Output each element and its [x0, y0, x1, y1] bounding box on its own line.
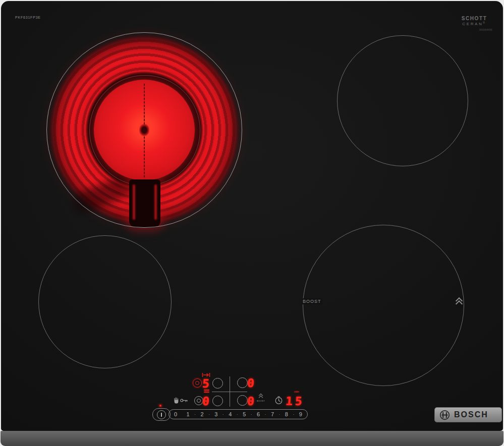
front-edge-profile — [1, 431, 503, 446]
slider-level-7[interactable]: 7 — [271, 411, 274, 417]
zone-front-left — [38, 235, 172, 368]
slider-dot: · — [208, 412, 210, 417]
model-number: PKF631FP3E — [15, 16, 41, 19]
front-left-level-display: 0 — [202, 396, 209, 407]
dual-circuit-marks — [204, 390, 209, 394]
zone-outline-circle — [46, 32, 242, 228]
rear-right-zone-key[interactable] — [237, 377, 248, 388]
timer-unit-label: min — [294, 390, 299, 393]
zone-rear-left-heating — [46, 32, 242, 228]
rear-left-level-display: 5 — [202, 378, 209, 390]
slider-level-6[interactable]: 6 — [257, 411, 260, 417]
glass-print-code: 900084456 — [454, 29, 494, 31]
slider-level-8[interactable]: 8 — [285, 411, 288, 417]
key-icon[interactable] — [180, 398, 188, 403]
schott-ceran-logo: SCHOTT CERAN® 900084456 — [454, 16, 494, 31]
zone-front-right-boost — [303, 225, 464, 386]
schott-logo-line2: CERAN® — [454, 22, 494, 26]
bosch-logo-text: BOSCH — [454, 410, 488, 419]
slider-dot: · — [293, 412, 294, 417]
boost-zone-label: BOOST — [302, 298, 322, 304]
schott-logo-line1: SCHOTT — [454, 16, 494, 22]
zone-rear-right — [337, 35, 468, 166]
boost-key-label: BOOST — [257, 400, 265, 402]
slider-level-2[interactable]: 2 — [200, 411, 203, 417]
boost-key[interactable]: BOOST — [255, 394, 266, 402]
front-left-zone-key[interactable] — [212, 396, 223, 406]
slider-level-1[interactable]: 1 — [187, 411, 190, 417]
slider-level-4[interactable]: 4 — [229, 411, 232, 417]
slider-level-9[interactable]: 9 — [299, 411, 302, 417]
timer-display: 15 — [285, 396, 305, 407]
registered-mark: ® — [483, 21, 486, 24]
front-right-level-display: 0 — [247, 396, 254, 407]
zone-map-horizontal-divider — [212, 392, 247, 392]
clock-icon[interactable] — [274, 396, 283, 405]
rear-left-zone-selected-icon — [193, 378, 202, 388]
power-key[interactable] — [152, 408, 171, 421]
slider-dot: · — [278, 412, 280, 417]
double-chevron-up-icon — [456, 297, 463, 308]
cooktop-product-photo: PKF631FP3E SCHOTT CERAN® 900084456 BOOST — [0, 0, 504, 446]
power-level-slider[interactable]: 0 1 · 2 · 3 · 4 · 5 · 6 · 7 · 8 · 9 — [169, 409, 308, 419]
standby-icon — [157, 410, 166, 419]
hand-icon[interactable] — [173, 397, 180, 404]
front-right-zone-key[interactable] — [237, 395, 248, 406]
rear-right-level-display: 0 — [247, 377, 254, 389]
slider-dot: · — [237, 412, 238, 417]
slider-dot: · — [251, 412, 252, 417]
slider-dot: · — [222, 412, 224, 417]
bosch-armature-icon — [439, 410, 450, 420]
bosch-logo-badge: BOSCH — [434, 407, 502, 422]
slider-dot: · — [194, 412, 196, 417]
slider-level-3[interactable]: 3 — [214, 411, 217, 417]
slider-level-5[interactable]: 5 — [243, 411, 246, 417]
power-indicator-dot — [159, 405, 161, 407]
slider-level-0[interactable]: 0 — [174, 411, 177, 417]
slider-dot: · — [265, 412, 266, 417]
rear-left-zone-key[interactable] — [212, 378, 223, 389]
